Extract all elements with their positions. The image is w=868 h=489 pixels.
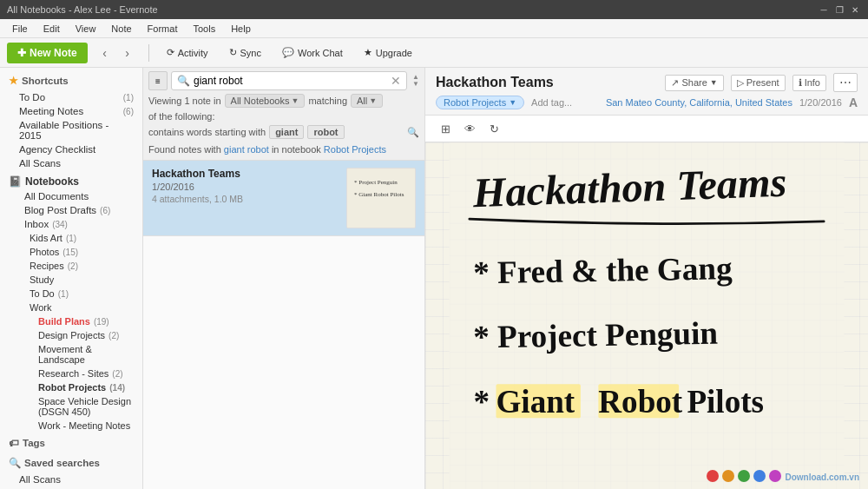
svg-text:* Project Penguin: * Project Penguin — [473, 315, 719, 355]
all-notebooks-filter[interactable]: All Notebooks ▼ — [225, 94, 306, 108]
dot-orange — [722, 470, 734, 482]
note-item[interactable]: Hackathon Teams 1/20/2016 4 attachments,… — [143, 161, 424, 236]
notebook-recipes[interactable]: Recipes (2) — [0, 259, 142, 273]
more-options-button[interactable]: ⋯ — [833, 73, 858, 92]
note-meta-row: Robot Projects ▼ Add tag... San Mateo Co… — [436, 96, 858, 109]
menu-file[interactable]: File — [5, 22, 35, 36]
notebook-chevron-icon: ▼ — [509, 98, 516, 107]
color-dots — [707, 470, 781, 482]
found-notebook-link[interactable]: Robot Projects — [324, 144, 386, 155]
found-keyword-link[interactable]: giant robot — [224, 144, 269, 155]
main-layout: ★ Shortcuts To Do (1) Meeting Notes (6) … — [0, 68, 868, 489]
close-button[interactable]: ✕ — [849, 3, 861, 16]
found-notes-row: Found notes with giant robot in notebook… — [148, 142, 419, 156]
menu-edit[interactable]: Edit — [36, 22, 67, 36]
refresh-tool-button[interactable]: ↻ — [484, 119, 503, 138]
present-button[interactable]: ▷ Present — [731, 75, 786, 91]
font-size-label[interactable]: A — [849, 96, 858, 109]
search-clear-button[interactable]: ✕ — [391, 74, 401, 88]
note-list-panel: ≡ 🔍 ✕ ▲ ▼ Viewing 1 note in All Notebook… — [143, 68, 425, 489]
tag-icon: 🏷 — [9, 438, 19, 448]
list-view-toggle[interactable]: ≡ — [148, 71, 168, 90]
search-options-button[interactable]: 🔍 — [407, 127, 419, 138]
grid-tool-button[interactable]: ⊞ — [436, 119, 455, 138]
svg-text:*: * — [474, 384, 490, 420]
shortcut-available-positions[interactable]: Available Positions - 2015 — [0, 118, 142, 142]
title-bar-controls: ─ ❐ ✕ — [818, 3, 861, 16]
notebook-badge[interactable]: Robot Projects ▼ — [436, 96, 524, 109]
svg-rect-0 — [347, 169, 415, 228]
upgrade-button[interactable]: ★ Upgrade — [357, 43, 419, 62]
all-filter[interactable]: All ▼ — [351, 94, 383, 108]
back-button[interactable]: ‹ — [95, 43, 115, 63]
activity-button[interactable]: ⟳ Activity — [160, 43, 215, 62]
notebook-study[interactable]: Study — [0, 273, 142, 287]
eye-tool-button[interactable]: 👁 — [460, 119, 479, 138]
tags-header[interactable]: 🏷 Tags — [0, 433, 142, 450]
notebook-build-plans[interactable]: Build Plans (19) — [0, 314, 142, 328]
info-button[interactable]: ℹ Info — [792, 75, 826, 91]
notebook-kids-art[interactable]: Kids Art (1) — [0, 231, 142, 245]
notebook-inbox[interactable]: Inbox (34) — [0, 217, 142, 231]
menu-note[interactable]: Note — [104, 22, 138, 36]
dot-green — [738, 470, 750, 482]
shortcut-meeting-notes[interactable]: Meeting Notes (6) — [0, 104, 142, 118]
notebook-todo[interactable]: To Do (1) — [0, 287, 142, 301]
notebook-research-sites[interactable]: Research - Sites (2) — [0, 367, 142, 380]
note-body-inner: Hackathon Teams * Fred & the Gang * Proj… — [425, 142, 868, 489]
menu-view[interactable]: View — [69, 22, 103, 36]
notebook-robot-projects[interactable]: Robot Projects (14) — [0, 380, 142, 394]
note-list-content: Hackathon Teams 1/20/2016 4 attachments,… — [143, 161, 424, 489]
notebook-space-vehicle[interactable]: Space Vehicle Design (DSGN 450) — [0, 394, 142, 419]
location-link[interactable]: San Mateo County, California, United Sta… — [606, 97, 792, 108]
note-item-text: Hackathon Teams 1/20/2016 4 attachments,… — [152, 168, 339, 228]
forward-button[interactable]: › — [117, 43, 138, 63]
shortcuts-header[interactable]: ★ Shortcuts — [0, 68, 142, 90]
plus-icon: ✚ — [17, 47, 26, 59]
search-icon: 🔍 — [177, 75, 190, 87]
sync-button[interactable]: ↻ Sync — [222, 43, 268, 62]
menu-help[interactable]: Help — [224, 22, 258, 36]
saved-searches-header[interactable]: 🔍 Saved searches — [0, 450, 142, 472]
share-chevron-icon: ▼ — [710, 78, 718, 87]
chevron-down-icon: ▼ — [291, 96, 299, 105]
shortcut-all-scans[interactable]: All Scans — [0, 156, 142, 170]
note-list-arrows: ▲ ▼ — [412, 74, 419, 88]
shortcut-todo[interactable]: To Do (1) — [0, 90, 142, 104]
note-content-svg: Hackathon Teams * Fred & the Gang * Proj… — [425, 142, 868, 489]
notebook-work[interactable]: Work — [0, 301, 142, 314]
new-note-button[interactable]: ✚ New Note — [7, 43, 88, 63]
sidebar: ★ Shortcuts To Do (1) Meeting Notes (6) … — [0, 68, 143, 489]
search-input[interactable] — [194, 75, 387, 87]
note-list-header: ≡ 🔍 ✕ ▲ ▼ Viewing 1 note in All Notebook… — [143, 68, 424, 161]
note-title: Hackathon Teams — [436, 75, 554, 90]
nav-buttons: ‹ › — [95, 43, 138, 63]
notebook-all-documents[interactable]: All Documents — [0, 189, 142, 203]
share-button[interactable]: ↗ Share ▼ — [665, 75, 723, 91]
saved-search-all-scans[interactable]: All Scans — [0, 472, 142, 486]
note-header-actions: ↗ Share ▼ ▷ Present ℹ Info ⋯ — [665, 73, 858, 92]
search-bar-row: ≡ 🔍 ✕ ▲ ▼ — [148, 71, 419, 90]
app-title: All Notebooks - Alex Lee - Evernote — [7, 4, 158, 15]
notebook-movement-landscape[interactable]: Movement & Landscape — [0, 342, 142, 367]
notebook-photos[interactable]: Photos (15) — [0, 245, 142, 259]
notebook-blog-post-drafts[interactable]: Blog Post Drafts (6) — [0, 203, 142, 217]
notebooks-header[interactable]: 📓 Notebooks — [0, 170, 142, 189]
minimize-button[interactable]: ─ — [818, 3, 830, 16]
menu-tools[interactable]: Tools — [186, 22, 222, 36]
search-input-wrap: 🔍 ✕ — [171, 71, 407, 90]
add-tag-button[interactable]: Add tag... — [531, 97, 572, 108]
sync-icon: ↻ — [229, 47, 237, 58]
menu-format[interactable]: Format — [141, 22, 185, 36]
note-title-row: Hackathon Teams ↗ Share ▼ ▷ Present ℹ In… — [436, 73, 858, 92]
svg-text:Robot: Robot — [598, 384, 683, 420]
toolbar-separator-1 — [148, 44, 149, 62]
notebook-work-meeting-notes[interactable]: Work - Meeting Notes — [0, 419, 142, 433]
notebook-design-projects[interactable]: Design Projects (2) — [0, 328, 142, 342]
note-date: 1/20/2016 — [799, 97, 842, 108]
maximize-button[interactable]: ❐ — [833, 3, 845, 16]
work-chat-button[interactable]: 💬 Work Chat — [275, 43, 350, 62]
note-content-header: Hackathon Teams ↗ Share ▼ ▷ Present ℹ In… — [425, 68, 868, 116]
arrow-down-button[interactable]: ▼ — [412, 81, 419, 88]
shortcut-agency-checklist[interactable]: Agency Checklist — [0, 142, 142, 156]
